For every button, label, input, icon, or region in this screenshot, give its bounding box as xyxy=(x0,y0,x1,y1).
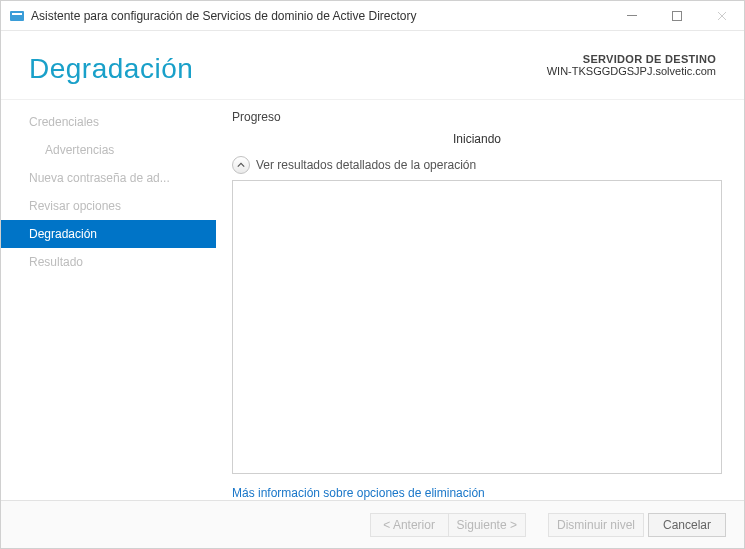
details-expander-label: Ver resultados detallados de la operació… xyxy=(256,158,476,172)
progress-label: Progreso xyxy=(232,110,722,124)
app-icon xyxy=(9,8,25,24)
step-result: Resultado xyxy=(1,248,216,276)
target-server-block: SERVIDOR DE DESTINO WIN-TKSGGDGSJPJ.solv… xyxy=(547,53,716,77)
previous-button: < Anterior xyxy=(370,513,448,537)
main-panel: Progreso Iniciando Ver resultados detall… xyxy=(216,100,744,500)
step-review-options: Revisar opciones xyxy=(1,192,216,220)
wizard-body: Credenciales Advertencias Nueva contrase… xyxy=(1,100,744,500)
window-title: Asistente para configuración de Servicio… xyxy=(31,9,609,23)
details-expander[interactable]: Ver resultados detallados de la operació… xyxy=(232,156,722,174)
details-textbox[interactable] xyxy=(232,180,722,474)
demote-button: Disminuir nivel xyxy=(548,513,644,537)
svg-rect-0 xyxy=(10,11,24,21)
step-new-password: Nueva contraseña de ad... xyxy=(1,164,216,192)
wizard-title: Degradación xyxy=(29,53,193,85)
step-demotion[interactable]: Degradación xyxy=(1,220,216,248)
progress-status: Iniciando xyxy=(232,132,722,146)
titlebar: Asistente para configuración de Servicio… xyxy=(1,1,744,31)
step-credentials: Credenciales xyxy=(1,108,216,136)
wizard-footer: < Anterior Siguiente > Disminuir nivel C… xyxy=(1,500,744,548)
svg-rect-1 xyxy=(12,13,22,15)
chevron-up-icon[interactable] xyxy=(232,156,250,174)
next-button: Siguiente > xyxy=(448,513,526,537)
more-info-link[interactable]: Más información sobre opciones de elimin… xyxy=(232,486,485,500)
nav-button-group: < Anterior Siguiente > xyxy=(370,513,526,537)
window-controls xyxy=(609,1,744,30)
maximize-button[interactable] xyxy=(654,1,699,30)
svg-rect-3 xyxy=(672,11,681,20)
steps-sidebar: Credenciales Advertencias Nueva contrase… xyxy=(1,100,216,500)
close-button xyxy=(699,1,744,30)
target-server-value: WIN-TKSGGDGSJPJ.solvetic.com xyxy=(547,65,716,77)
step-warnings: Advertencias xyxy=(1,136,216,164)
cancel-button[interactable]: Cancelar xyxy=(648,513,726,537)
target-server-label: SERVIDOR DE DESTINO xyxy=(547,53,716,65)
minimize-button[interactable] xyxy=(609,1,654,30)
wizard-header: Degradación SERVIDOR DE DESTINO WIN-TKSG… xyxy=(1,31,744,100)
svg-rect-2 xyxy=(627,15,637,16)
